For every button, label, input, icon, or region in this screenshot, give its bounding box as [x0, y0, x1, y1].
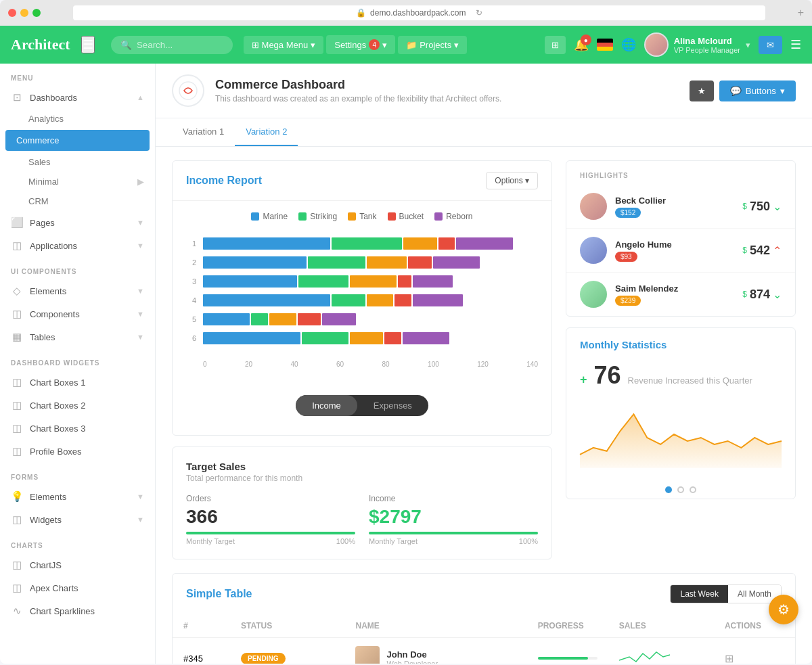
sidebar-item-crm[interactable]: CRM: [0, 191, 155, 211]
avatar: [580, 193, 607, 220]
language-flag[interactable]: [597, 39, 613, 51]
sidebar-item-chart-boxes-2[interactable]: ◫ Chart Boxes 2: [0, 394, 155, 417]
page-icon: [172, 74, 204, 107]
income-metric: Income $2797 Monthly Target 100%: [369, 494, 538, 545]
table-row: #345 PENDING John Doe Web: [173, 638, 795, 664]
action-grid-icon[interactable]: ⊞: [725, 653, 734, 664]
sidebar-item-chart-sparklines[interactable]: ∿ Chart Sparklines: [0, 599, 155, 622]
highlight-item-1: Beck Collier $152 $ 750 ⌄: [566, 185, 795, 229]
options-button[interactable]: Options ▾: [486, 172, 538, 189]
mega-menu-button[interactable]: ⊞ Mega Menu ▾: [244, 36, 324, 54]
buttons-dropdown[interactable]: 💬 Buttons ▾: [719, 81, 796, 101]
chevron-down-icon: ▼: [137, 287, 144, 295]
menu-section-label: MENU: [0, 64, 155, 86]
chevron-down-icon: ⌄: [773, 200, 782, 213]
more-options-button[interactable]: ☰: [790, 37, 801, 52]
tab-variation1[interactable]: Variation 1: [172, 118, 235, 146]
notification-badge: ●: [581, 35, 591, 45]
highlight-amount-3: $ 874 ⌄: [742, 288, 782, 302]
bar-row-1: 1: [186, 237, 538, 250]
hamburger-button[interactable]: ☰: [81, 36, 95, 53]
elements-icon: ◇: [11, 285, 23, 297]
notifications-button[interactable]: 🔔 ●: [574, 37, 589, 52]
income-report-title: Income Report: [186, 175, 262, 187]
monthly-chart: [566, 395, 795, 481]
message-button[interactable]: ✉: [759, 36, 782, 54]
chart-icon: ◫: [11, 376, 23, 388]
col-name: Name: [344, 614, 526, 638]
search-input[interactable]: [111, 36, 233, 54]
avatar: [580, 281, 607, 308]
projects-button[interactable]: 📁 Projects ▾: [398, 36, 467, 54]
page-tabs: Variation 1 Variation 2: [156, 118, 812, 147]
planet-button[interactable]: 🌐: [621, 37, 636, 52]
sidebar-item-profile-boxes[interactable]: ◫ Profile Boxes: [0, 440, 155, 463]
chevron-right-icon: ▶: [137, 177, 144, 187]
chart-icon: ◫: [11, 422, 23, 434]
avatar-image: [646, 34, 667, 55]
highlight-info-3: Saim Melendez $239: [615, 283, 734, 306]
target-sales-card: Target Sales Total performance for this …: [172, 446, 552, 559]
highlight-amount-1: $ 750 ⌄: [742, 200, 782, 214]
sparkline-icon: ∿: [11, 605, 23, 617]
user-profile-button[interactable]: Alina Mclourd VP People Manager ▾: [644, 32, 750, 57]
bar-row-3: 3: [186, 275, 538, 288]
star-button[interactable]: ★: [690, 81, 714, 101]
filter-last-week[interactable]: Last Week: [671, 585, 727, 603]
minimize-dot[interactable]: [20, 9, 28, 17]
sidebar-item-sales[interactable]: Sales: [0, 152, 155, 172]
dot-3[interactable]: [690, 486, 696, 493]
cell-name: John Doe Web Developer: [344, 638, 526, 664]
pill-expenses[interactable]: Expenses: [357, 395, 428, 416]
dot-1[interactable]: [665, 486, 672, 493]
chevron-down-icon: ▼: [137, 310, 144, 318]
url-text: demo.dashboardpack.com: [370, 8, 466, 18]
close-dot[interactable]: [8, 9, 16, 17]
settings-button[interactable]: Settings 4 ▾: [326, 35, 395, 54]
floating-gear-button[interactable]: ⚙: [769, 595, 798, 624]
main-layout: MENU ⊡ Dashboards ▲ Analytics Commerce S…: [0, 64, 812, 664]
grid-view-button[interactable]: ⊞: [545, 36, 566, 54]
col-progress: Progress: [527, 614, 608, 638]
sidebar-item-components[interactable]: ◫ Components ▼: [0, 302, 155, 325]
new-tab-icon[interactable]: +: [798, 7, 804, 19]
chart-toggle-area: Income Expenses: [173, 379, 551, 435]
sidebar-item-minimal[interactable]: Minimal ▶: [0, 172, 155, 191]
sidebar-item-form-elements[interactable]: 💡 Elements ▼: [0, 485, 155, 508]
grid-icon: ⊞: [252, 40, 259, 50]
table-header-row: # Status Name Progress Sales Actions: [173, 614, 795, 638]
sidebar-item-pages[interactable]: ⬜ Pages ▼: [0, 211, 155, 234]
table-header: Simple Table Last Week All Month: [173, 574, 795, 614]
highlights-card: HIGHLIGHTS Beck Collier $152 $: [566, 160, 796, 317]
sidebar-item-chart-boxes-1[interactable]: ◫ Chart Boxes 1: [0, 371, 155, 394]
expand-dot[interactable]: [32, 9, 41, 17]
chart-legend: Marine Striking Tank: [186, 212, 538, 221]
svg-point-0: [179, 82, 197, 99]
page-header-actions: ★ 💬 Buttons ▾: [690, 81, 796, 101]
sidebar-item-elements[interactable]: ◇ Elements ▼: [0, 279, 155, 302]
bar-chart: 1: [186, 232, 538, 357]
avatar: [580, 237, 607, 264]
sidebar-item-analytics[interactable]: Analytics: [0, 109, 155, 129]
sidebar-item-applications[interactable]: ◫ Applications ▼: [0, 234, 155, 257]
sidebar-item-tables[interactable]: ▦ Tables ▼: [0, 325, 155, 348]
browser-address-bar[interactable]: 🔒 demo.dashboardpack.com ↻: [73, 5, 765, 20]
form-icon: 💡: [11, 490, 23, 503]
col-sales: Sales: [608, 614, 714, 638]
cell-id: #345: [173, 638, 230, 664]
sidebar-item-commerce[interactable]: Commerce: [5, 130, 150, 151]
pill-income[interactable]: Income: [296, 395, 357, 416]
apex-chart-icon: ◫: [11, 582, 23, 594]
dot-2[interactable]: [677, 486, 684, 493]
tab-variation2[interactable]: Variation 2: [235, 118, 298, 146]
table-filter-actions: Last Week All Month: [670, 584, 782, 603]
sidebar-item-widgets[interactable]: ◫ Widgets ▼: [0, 508, 155, 531]
cell-status: PENDING: [230, 638, 344, 664]
sidebar-item-dashboards[interactable]: ⊡ Dashboards ▲: [0, 86, 155, 109]
sidebar-item-chartjs[interactable]: ◫ ChartJS: [0, 553, 155, 576]
chevron-down-icon: ▼: [137, 242, 144, 250]
chart-js-icon: ◫: [11, 559, 23, 571]
sidebar-item-chart-boxes-3[interactable]: ◫ Chart Boxes 3: [0, 417, 155, 440]
applications-icon: ◫: [11, 239, 23, 252]
sidebar-item-apex-charts[interactable]: ◫ Apex Charts: [0, 576, 155, 599]
